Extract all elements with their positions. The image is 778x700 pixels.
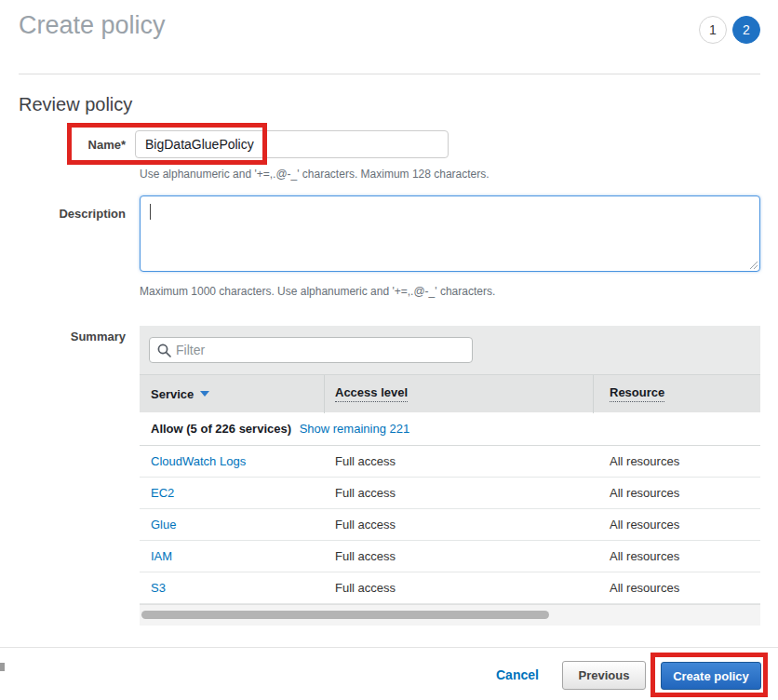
header-divider: [19, 74, 760, 74]
access-level-value: Full access: [325, 454, 594, 468]
service-link-glue[interactable]: Glue: [151, 518, 176, 532]
access-level-value: Full access: [325, 581, 594, 595]
left-edge-mark: [0, 663, 5, 671]
wizard-steps: 1 2: [699, 16, 760, 44]
service-link-iam[interactable]: IAM: [151, 549, 172, 563]
filter-bar: [140, 326, 760, 374]
resource-value: All resources: [594, 549, 760, 563]
policy-name-input[interactable]: [135, 130, 449, 158]
horizontal-scrollbar-track[interactable]: [140, 604, 760, 626]
table-row: CloudWatch Logs Full access All resource…: [140, 446, 760, 478]
allow-group-row: Allow (5 of 226 services) Show remaining…: [140, 412, 760, 446]
show-remaining-link[interactable]: Show remaining 221: [300, 422, 410, 436]
policy-summary-panel: Service Access level Resource Allow (5 o…: [140, 326, 760, 626]
allow-group-title: Allow (5 of 226 services): [151, 422, 291, 436]
table-row: Glue Full access All resources: [140, 509, 760, 541]
table-row: EC2 Full access All resources: [140, 478, 760, 509]
service-link-cloudwatch-logs[interactable]: CloudWatch Logs: [151, 454, 246, 468]
resource-value: All resources: [594, 518, 760, 532]
service-link-s3[interactable]: S3: [151, 581, 166, 595]
description-textarea[interactable]: [140, 195, 760, 272]
access-level-column-label: Access level: [335, 385, 408, 402]
step-2-indicator[interactable]: 2: [732, 16, 760, 44]
review-policy-heading: Review policy: [19, 94, 132, 115]
name-helper-text: Use alphanumeric and '+=,.@-_' character…: [140, 168, 490, 181]
service-column-label: Service: [151, 387, 194, 401]
step-1-indicator[interactable]: 1: [699, 16, 727, 44]
filter-input-wrap[interactable]: [149, 337, 473, 363]
resource-column-label: Resource: [610, 385, 664, 402]
service-link-ec2[interactable]: EC2: [151, 486, 174, 500]
search-icon: [157, 343, 171, 357]
text-cursor: [150, 204, 151, 220]
column-header-service[interactable]: Service: [140, 375, 325, 413]
resource-value: All resources: [594, 486, 760, 500]
summary-table-body: Allow (5 of 226 services) Show remaining…: [140, 412, 760, 604]
access-level-value: Full access: [325, 486, 594, 500]
filter-input[interactable]: [176, 338, 470, 362]
table-row: IAM Full access All resources: [140, 541, 760, 572]
column-header-resource[interactable]: Resource: [594, 375, 760, 413]
resource-value: All resources: [594, 581, 760, 595]
description-label: Description: [0, 207, 126, 221]
name-label: Name*: [0, 138, 126, 152]
summary-table-header: Service Access level Resource: [140, 374, 760, 412]
resource-value: All resources: [594, 454, 760, 468]
table-row: S3 Full access All resources: [140, 572, 760, 604]
previous-button[interactable]: Previous: [562, 661, 646, 690]
create-policy-page: Create policy 1 2 Review policy Name* Us…: [0, 0, 778, 700]
footer-divider: [0, 647, 778, 648]
cancel-link[interactable]: Cancel: [496, 667, 539, 682]
create-policy-button[interactable]: Create policy: [661, 662, 761, 690]
page-title: Create policy: [19, 11, 166, 40]
access-level-value: Full access: [325, 518, 594, 532]
caret-down-icon: [200, 391, 209, 397]
description-helper-text: Maximum 1000 characters. Use alphanumeri…: [140, 285, 495, 298]
summary-label: Summary: [0, 330, 126, 343]
column-header-access-level[interactable]: Access level: [325, 375, 594, 413]
horizontal-scrollbar-thumb[interactable]: [141, 611, 549, 619]
access-level-value: Full access: [325, 549, 594, 563]
